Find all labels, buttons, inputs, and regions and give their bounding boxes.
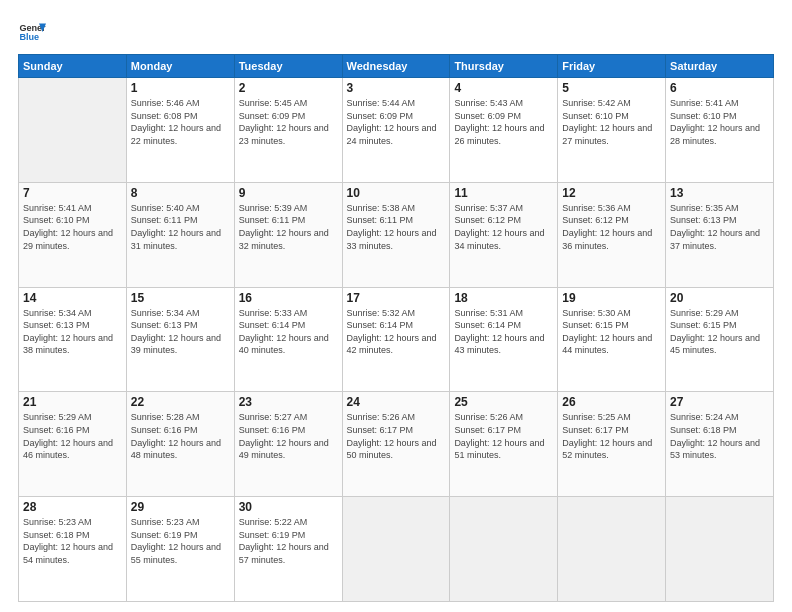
day-number: 17 (347, 291, 446, 305)
calendar-cell (666, 497, 774, 602)
calendar-cell: 15Sunrise: 5:34 AMSunset: 6:13 PMDayligh… (126, 287, 234, 392)
day-number: 16 (239, 291, 338, 305)
day-info: Sunrise: 5:29 AMSunset: 6:16 PMDaylight:… (23, 411, 122, 461)
weekday-header: Monday (126, 55, 234, 78)
day-info: Sunrise: 5:26 AMSunset: 6:17 PMDaylight:… (347, 411, 446, 461)
calendar-cell: 5Sunrise: 5:42 AMSunset: 6:10 PMDaylight… (558, 78, 666, 183)
calendar-cell: 13Sunrise: 5:35 AMSunset: 6:13 PMDayligh… (666, 182, 774, 287)
day-info: Sunrise: 5:43 AMSunset: 6:09 PMDaylight:… (454, 97, 553, 147)
svg-text:Blue: Blue (19, 32, 39, 42)
day-number: 3 (347, 81, 446, 95)
calendar-cell (19, 78, 127, 183)
calendar-cell: 4Sunrise: 5:43 AMSunset: 6:09 PMDaylight… (450, 78, 558, 183)
day-number: 2 (239, 81, 338, 95)
day-info: Sunrise: 5:34 AMSunset: 6:13 PMDaylight:… (131, 307, 230, 357)
day-number: 22 (131, 395, 230, 409)
day-info: Sunrise: 5:46 AMSunset: 6:08 PMDaylight:… (131, 97, 230, 147)
calendar-cell: 23Sunrise: 5:27 AMSunset: 6:16 PMDayligh… (234, 392, 342, 497)
day-number: 21 (23, 395, 122, 409)
day-number: 24 (347, 395, 446, 409)
day-number: 11 (454, 186, 553, 200)
day-info: Sunrise: 5:25 AMSunset: 6:17 PMDaylight:… (562, 411, 661, 461)
calendar-cell: 26Sunrise: 5:25 AMSunset: 6:17 PMDayligh… (558, 392, 666, 497)
calendar-cell: 3Sunrise: 5:44 AMSunset: 6:09 PMDaylight… (342, 78, 450, 183)
day-number: 4 (454, 81, 553, 95)
day-info: Sunrise: 5:41 AMSunset: 6:10 PMDaylight:… (23, 202, 122, 252)
calendar-cell: 27Sunrise: 5:24 AMSunset: 6:18 PMDayligh… (666, 392, 774, 497)
day-info: Sunrise: 5:39 AMSunset: 6:11 PMDaylight:… (239, 202, 338, 252)
day-number: 23 (239, 395, 338, 409)
weekday-header: Wednesday (342, 55, 450, 78)
day-info: Sunrise: 5:40 AMSunset: 6:11 PMDaylight:… (131, 202, 230, 252)
day-number: 7 (23, 186, 122, 200)
calendar-cell: 19Sunrise: 5:30 AMSunset: 6:15 PMDayligh… (558, 287, 666, 392)
calendar-cell: 7Sunrise: 5:41 AMSunset: 6:10 PMDaylight… (19, 182, 127, 287)
day-info: Sunrise: 5:30 AMSunset: 6:15 PMDaylight:… (562, 307, 661, 357)
weekday-header: Sunday (19, 55, 127, 78)
day-info: Sunrise: 5:45 AMSunset: 6:09 PMDaylight:… (239, 97, 338, 147)
day-number: 12 (562, 186, 661, 200)
calendar-cell (342, 497, 450, 602)
day-number: 27 (670, 395, 769, 409)
day-number: 20 (670, 291, 769, 305)
day-number: 10 (347, 186, 446, 200)
day-number: 19 (562, 291, 661, 305)
day-number: 26 (562, 395, 661, 409)
day-info: Sunrise: 5:26 AMSunset: 6:17 PMDaylight:… (454, 411, 553, 461)
day-number: 29 (131, 500, 230, 514)
calendar-cell: 24Sunrise: 5:26 AMSunset: 6:17 PMDayligh… (342, 392, 450, 497)
day-info: Sunrise: 5:37 AMSunset: 6:12 PMDaylight:… (454, 202, 553, 252)
calendar-cell: 18Sunrise: 5:31 AMSunset: 6:14 PMDayligh… (450, 287, 558, 392)
day-info: Sunrise: 5:23 AMSunset: 6:18 PMDaylight:… (23, 516, 122, 566)
logo-icon: General Blue (18, 18, 46, 46)
calendar-cell: 14Sunrise: 5:34 AMSunset: 6:13 PMDayligh… (19, 287, 127, 392)
day-info: Sunrise: 5:36 AMSunset: 6:12 PMDaylight:… (562, 202, 661, 252)
header: General Blue (18, 18, 774, 46)
calendar-cell: 11Sunrise: 5:37 AMSunset: 6:12 PMDayligh… (450, 182, 558, 287)
day-info: Sunrise: 5:38 AMSunset: 6:11 PMDaylight:… (347, 202, 446, 252)
day-info: Sunrise: 5:29 AMSunset: 6:15 PMDaylight:… (670, 307, 769, 357)
calendar-cell: 9Sunrise: 5:39 AMSunset: 6:11 PMDaylight… (234, 182, 342, 287)
day-number: 8 (131, 186, 230, 200)
day-number: 15 (131, 291, 230, 305)
day-info: Sunrise: 5:24 AMSunset: 6:18 PMDaylight:… (670, 411, 769, 461)
weekday-header: Tuesday (234, 55, 342, 78)
page: General Blue SundayMondayTuesdayWednesda… (0, 0, 792, 612)
day-info: Sunrise: 5:44 AMSunset: 6:09 PMDaylight:… (347, 97, 446, 147)
day-number: 30 (239, 500, 338, 514)
calendar-cell: 8Sunrise: 5:40 AMSunset: 6:11 PMDaylight… (126, 182, 234, 287)
calendar-cell: 17Sunrise: 5:32 AMSunset: 6:14 PMDayligh… (342, 287, 450, 392)
calendar-cell: 22Sunrise: 5:28 AMSunset: 6:16 PMDayligh… (126, 392, 234, 497)
weekday-header: Saturday (666, 55, 774, 78)
day-info: Sunrise: 5:34 AMSunset: 6:13 PMDaylight:… (23, 307, 122, 357)
day-number: 28 (23, 500, 122, 514)
day-number: 14 (23, 291, 122, 305)
calendar-cell: 28Sunrise: 5:23 AMSunset: 6:18 PMDayligh… (19, 497, 127, 602)
day-number: 5 (562, 81, 661, 95)
day-info: Sunrise: 5:42 AMSunset: 6:10 PMDaylight:… (562, 97, 661, 147)
calendar-cell: 20Sunrise: 5:29 AMSunset: 6:15 PMDayligh… (666, 287, 774, 392)
day-number: 13 (670, 186, 769, 200)
day-info: Sunrise: 5:28 AMSunset: 6:16 PMDaylight:… (131, 411, 230, 461)
day-info: Sunrise: 5:32 AMSunset: 6:14 PMDaylight:… (347, 307, 446, 357)
day-info: Sunrise: 5:31 AMSunset: 6:14 PMDaylight:… (454, 307, 553, 357)
day-number: 9 (239, 186, 338, 200)
calendar-cell (450, 497, 558, 602)
calendar-cell: 2Sunrise: 5:45 AMSunset: 6:09 PMDaylight… (234, 78, 342, 183)
logo: General Blue (18, 18, 46, 46)
calendar-cell: 6Sunrise: 5:41 AMSunset: 6:10 PMDaylight… (666, 78, 774, 183)
day-number: 1 (131, 81, 230, 95)
calendar-cell: 25Sunrise: 5:26 AMSunset: 6:17 PMDayligh… (450, 392, 558, 497)
calendar-table: SundayMondayTuesdayWednesdayThursdayFrid… (18, 54, 774, 602)
day-number: 18 (454, 291, 553, 305)
calendar-cell: 16Sunrise: 5:33 AMSunset: 6:14 PMDayligh… (234, 287, 342, 392)
day-info: Sunrise: 5:23 AMSunset: 6:19 PMDaylight:… (131, 516, 230, 566)
weekday-header: Friday (558, 55, 666, 78)
day-info: Sunrise: 5:22 AMSunset: 6:19 PMDaylight:… (239, 516, 338, 566)
day-info: Sunrise: 5:27 AMSunset: 6:16 PMDaylight:… (239, 411, 338, 461)
day-info: Sunrise: 5:41 AMSunset: 6:10 PMDaylight:… (670, 97, 769, 147)
calendar-cell: 12Sunrise: 5:36 AMSunset: 6:12 PMDayligh… (558, 182, 666, 287)
calendar-cell: 29Sunrise: 5:23 AMSunset: 6:19 PMDayligh… (126, 497, 234, 602)
day-number: 25 (454, 395, 553, 409)
calendar-cell: 21Sunrise: 5:29 AMSunset: 6:16 PMDayligh… (19, 392, 127, 497)
